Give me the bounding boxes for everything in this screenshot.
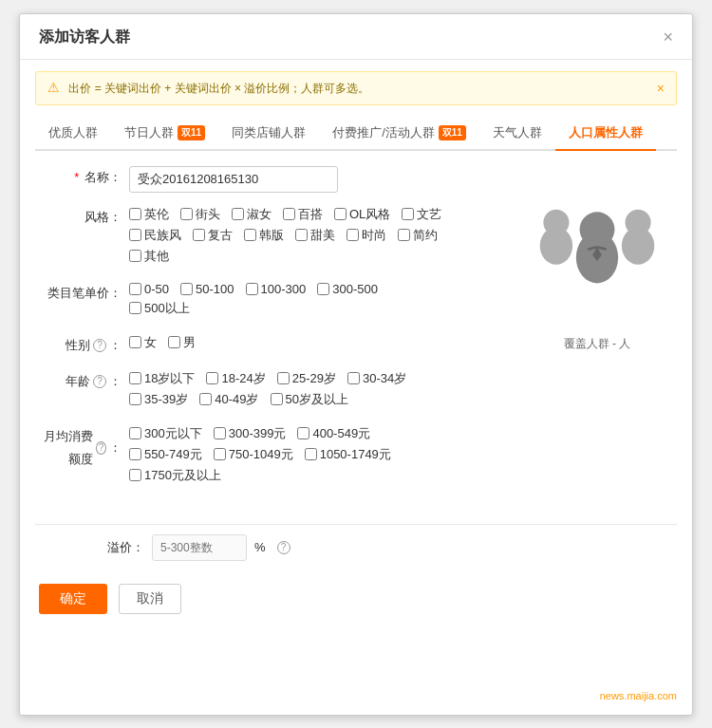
age-18-24[interactable]: 18-24岁 bbox=[206, 370, 265, 387]
tab-badge-付费: 双11 bbox=[439, 125, 466, 140]
spend-750-1049[interactable]: 750-1049元 bbox=[214, 446, 293, 463]
age-25-29[interactable]: 25-29岁 bbox=[277, 370, 336, 387]
spend-checkboxes: 300元以下 300-399元 400-549元 550-749元 750-10… bbox=[129, 425, 403, 488]
style-时尚[interactable]: 时尚 bbox=[347, 227, 386, 244]
form-left: * 名称： 风格： 英伦 街头 淑女 百搭 OL风格 文艺 bbox=[39, 166, 512, 501]
tabs-bar: 优质人群 节日人群 双11 同类店铺人群 付费推广/活动人群 双11 天气人群 … bbox=[35, 117, 677, 151]
category-row: 类目笔单价： 0-50 50-100 100-300 300-500 500以上 bbox=[39, 282, 512, 321]
spend-550-749[interactable]: 550-749元 bbox=[129, 446, 202, 463]
svg-rect-9 bbox=[521, 289, 673, 325]
svg-point-1 bbox=[543, 209, 569, 234]
category-checkboxes: 0-50 50-100 100-300 300-500 500以上 bbox=[129, 282, 389, 321]
style-OL[interactable]: OL风格 bbox=[334, 206, 390, 223]
spend-row3: 1750元及以上 bbox=[129, 467, 403, 488]
cancel-button[interactable]: 取消 bbox=[119, 584, 181, 614]
cover-text: 覆盖人群 - 人 bbox=[564, 336, 631, 352]
age-info-icon[interactable]: ? bbox=[93, 375, 106, 388]
age-40-49[interactable]: 40-49岁 bbox=[199, 391, 258, 408]
alert-content: ⚠ 出价 = 关键词出价 + 关键词出价 × 溢价比例；人群可多选。 bbox=[47, 80, 369, 97]
gender-row: 性别 ?： 女 男 bbox=[39, 334, 512, 357]
age-row: 年龄 ?： 18岁以下 18-24岁 25-29岁 30-34岁 35-39岁 … bbox=[39, 370, 512, 412]
modal-header: 添加访客人群 × bbox=[20, 14, 692, 60]
spend-row2: 550-749元 750-1049元 1050-1749元 bbox=[129, 446, 403, 467]
style-其他[interactable]: 其他 bbox=[129, 248, 169, 265]
percent-label: % bbox=[254, 540, 266, 554]
gender-male[interactable]: 男 bbox=[168, 334, 196, 351]
spend-row: 月均消费额度 ?： 300元以下 300-399元 400-549元 550-7… bbox=[39, 425, 512, 488]
tab-人口属性[interactable]: 人口属性人群 bbox=[555, 117, 656, 151]
age-checkboxes: 18岁以下 18-24岁 25-29岁 30-34岁 35-39岁 40-49岁… bbox=[129, 370, 418, 412]
age-35-39[interactable]: 35-39岁 bbox=[129, 391, 188, 408]
style-百搭[interactable]: 百搭 bbox=[283, 206, 323, 223]
spend-row1: 300元以下 300-399元 400-549元 bbox=[129, 425, 403, 446]
category-row1: 0-50 50-100 100-300 300-500 bbox=[129, 282, 389, 300]
watermark-prefix: news. bbox=[600, 690, 628, 701]
tab-同类店铺[interactable]: 同类店铺人群 bbox=[218, 117, 319, 149]
tab-付费推广[interactable]: 付费推广/活动人群 双11 bbox=[319, 117, 479, 149]
style-街头[interactable]: 街头 bbox=[180, 206, 220, 223]
crowd-figure-svg bbox=[521, 185, 673, 326]
form-body: * 名称： 风格： 英伦 街头 淑女 百搭 OL风格 文艺 bbox=[20, 151, 692, 516]
premium-input[interactable] bbox=[152, 534, 247, 561]
cat-0-50[interactable]: 0-50 bbox=[129, 282, 169, 296]
footer-bar: 确定 取消 bbox=[20, 570, 692, 627]
alert-icon: ⚠ bbox=[47, 80, 60, 95]
gender-info-icon[interactable]: ? bbox=[93, 339, 106, 352]
name-input[interactable] bbox=[129, 166, 338, 193]
style-row: 风格： 英伦 街头 淑女 百搭 OL风格 文艺 民族风 复古 韩版 甜美 bbox=[39, 206, 512, 269]
cat-500plus[interactable]: 500以上 bbox=[129, 300, 190, 317]
style-简约[interactable]: 简约 bbox=[398, 227, 438, 244]
confirm-button[interactable]: 确定 bbox=[39, 584, 107, 614]
style-复古[interactable]: 复古 bbox=[193, 227, 233, 244]
style-韩版[interactable]: 韩版 bbox=[244, 227, 284, 244]
modal-title: 添加访客人群 bbox=[39, 28, 130, 47]
gender-female[interactable]: 女 bbox=[129, 334, 157, 351]
tab-优质人群[interactable]: 优质人群 bbox=[35, 117, 111, 149]
watermark: news.maijia.com bbox=[600, 690, 677, 701]
gender-label: 性别 ?： bbox=[39, 334, 129, 357]
svg-point-3 bbox=[626, 209, 651, 234]
spend-1050-1749[interactable]: 1050-1749元 bbox=[305, 446, 391, 463]
premium-label: 溢价： bbox=[54, 539, 144, 556]
style-文艺[interactable]: 文艺 bbox=[402, 206, 441, 223]
age-row1: 18岁以下 18-24岁 25-29岁 30-34岁 bbox=[129, 370, 418, 391]
tab-天气[interactable]: 天气人群 bbox=[479, 117, 555, 149]
style-row2: 民族风 复古 韩版 甜美 时尚 简约 bbox=[129, 227, 453, 248]
premium-info-icon[interactable]: ? bbox=[277, 541, 290, 554]
spend-info-icon[interactable]: ? bbox=[96, 441, 106, 455]
style-甜美[interactable]: 甜美 bbox=[295, 227, 335, 244]
cat-100-300[interactable]: 100-300 bbox=[246, 282, 307, 296]
svg-point-5 bbox=[580, 212, 615, 247]
style-淑女[interactable]: 淑女 bbox=[232, 206, 272, 223]
watermark-suffix: .com bbox=[654, 690, 677, 701]
spend-1750plus[interactable]: 1750元及以上 bbox=[129, 467, 221, 484]
alert-close-button[interactable]: × bbox=[657, 81, 665, 96]
spend-under300[interactable]: 300元以下 bbox=[129, 425, 202, 442]
required-star: * bbox=[74, 170, 79, 184]
spend-label: 月均消费额度 ?： bbox=[39, 425, 129, 471]
style-checkboxes: 英伦 街头 淑女 百搭 OL风格 文艺 民族风 复古 韩版 甜美 时尚 简约 bbox=[129, 206, 453, 269]
cat-300-500[interactable]: 300-500 bbox=[317, 282, 378, 296]
age-30-34[interactable]: 30-34岁 bbox=[347, 370, 406, 387]
style-row3: 其他 bbox=[129, 248, 453, 269]
close-button[interactable]: × bbox=[663, 28, 673, 46]
name-label: * 名称： bbox=[39, 166, 129, 189]
style-英伦[interactable]: 英伦 bbox=[129, 206, 169, 223]
age-under18[interactable]: 18岁以下 bbox=[129, 370, 195, 387]
figure-panel: 覆盖人群 - 人 bbox=[521, 166, 673, 501]
modal-container: 添加访客人群 × ⚠ 出价 = 关键词出价 + 关键词出价 × 溢价比例；人群可… bbox=[19, 13, 693, 716]
premium-row: 溢价： % ? bbox=[54, 534, 658, 561]
spend-300-399[interactable]: 300-399元 bbox=[214, 425, 287, 442]
premium-section: 溢价： % ? bbox=[35, 524, 677, 570]
style-民族风[interactable]: 民族风 bbox=[129, 227, 181, 244]
age-50plus[interactable]: 50岁及以上 bbox=[271, 391, 348, 408]
name-row: * 名称： bbox=[39, 166, 512, 193]
style-label: 风格： bbox=[39, 206, 129, 229]
alert-bar: ⚠ 出价 = 关键词出价 + 关键词出价 × 溢价比例；人群可多选。 × bbox=[35, 71, 677, 105]
cat-50-100[interactable]: 50-100 bbox=[180, 282, 234, 296]
spend-400-549[interactable]: 400-549元 bbox=[297, 425, 370, 442]
tab-节日人群[interactable]: 节日人群 双11 bbox=[111, 117, 218, 149]
gender-checkboxes: 女 男 bbox=[129, 334, 207, 355]
watermark-brand: maijia bbox=[627, 690, 654, 701]
category-row2: 500以上 bbox=[129, 300, 389, 321]
